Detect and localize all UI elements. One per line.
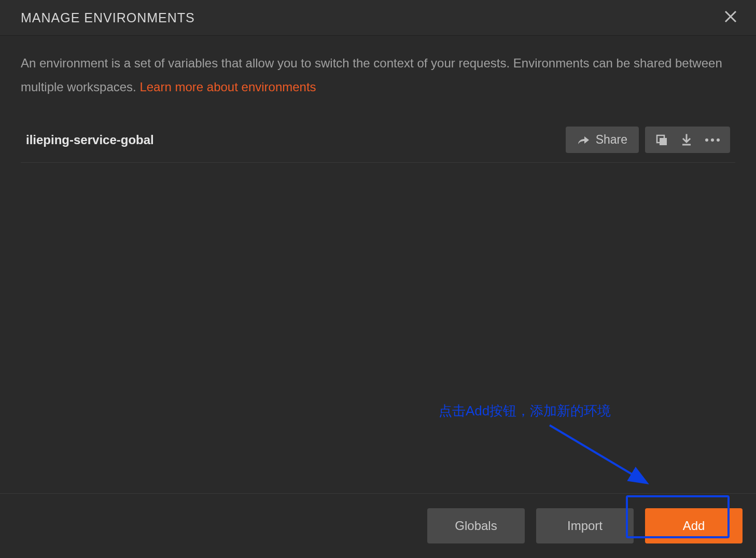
more-icon [705,138,720,142]
modal-title: MANAGE ENVIRONMENTS [21,10,195,25]
annotation-arrow [544,420,659,493]
import-button[interactable]: Import [536,508,634,543]
share-label: Share [596,133,627,147]
share-icon [577,135,590,145]
close-button[interactable] [724,9,737,26]
duplicate-icon [655,134,668,146]
icon-button-group [645,127,730,153]
description-prefix: An environment is a set of variables tha… [21,56,722,94]
share-button[interactable]: Share [566,127,639,153]
modal-body: An environment is a set of variables tha… [0,36,756,163]
globals-button[interactable]: Globals [427,508,525,543]
svg-rect-3 [660,138,667,145]
svg-line-6 [550,425,646,482]
learn-more-link[interactable]: Learn more about environments [139,80,316,94]
manage-environments-modal: MANAGE ENVIRONMENTS An environment is a … [0,0,756,558]
modal-footer: Globals Import Add [0,493,756,558]
close-icon [724,10,737,23]
annotation-text: 点击Add按钮，添加新的环境 [439,402,611,420]
add-button[interactable]: Add [645,508,743,543]
environment-name[interactable]: ilieping-service-gobal [26,133,154,147]
download-icon [680,134,693,146]
environment-actions: Share [566,127,730,153]
description-text: An environment is a set of variables tha… [21,51,735,99]
download-button[interactable] [674,128,699,152]
environment-row: ilieping-service-gobal Share [21,119,735,163]
more-options-button[interactable] [699,132,726,148]
modal-header: MANAGE ENVIRONMENTS [0,0,756,36]
duplicate-button[interactable] [649,128,674,152]
